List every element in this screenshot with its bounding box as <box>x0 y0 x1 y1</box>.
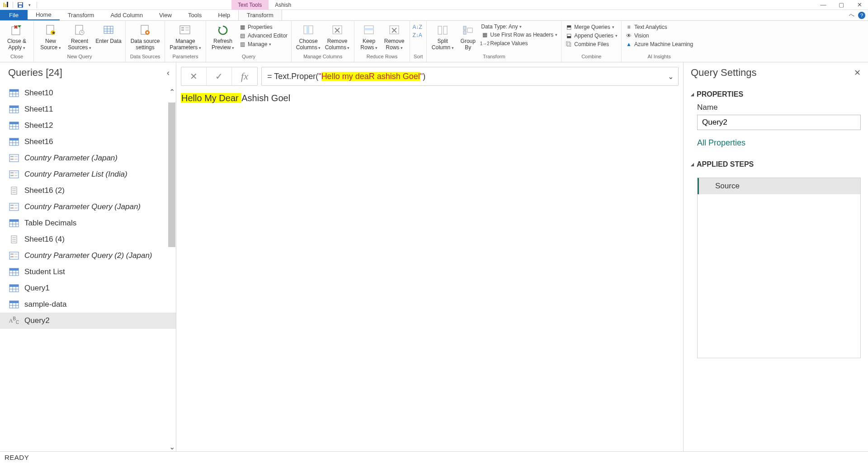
group-by-icon <box>461 23 475 37</box>
query-type-icon <box>9 252 19 260</box>
manage-button[interactable]: ▥Manage <box>239 41 288 48</box>
recent-sources-button[interactable]: Recent Sources <box>66 23 93 51</box>
svg-rect-79 <box>14 207 18 209</box>
query-item[interactable]: Country Parameter Query (2) (Japan) <box>0 248 176 264</box>
query-item[interactable]: Sheet12 <box>0 117 176 134</box>
query-type-icon <box>9 105 19 113</box>
query-item[interactable]: Country Parameter List (India) <box>0 166 176 182</box>
sort-desc-button[interactable]: Z↓A <box>414 32 421 39</box>
contextual-tab-text-tools: Text Tools <box>231 0 269 10</box>
query-item[interactable]: Country Parameter (Japan) <box>0 150 176 166</box>
text-analytics-button[interactable]: ≡Text Analytics <box>625 23 693 31</box>
enter-data-button[interactable]: Enter Data <box>95 23 122 44</box>
new-source-button[interactable]: ★ New Source <box>38 23 64 51</box>
scroll-down-icon[interactable]: ⌄ <box>169 443 175 451</box>
query-item[interactable]: Sheet16 (4) <box>0 231 176 248</box>
remove-columns-button[interactable]: Remove Columns <box>324 23 350 51</box>
split-column-button[interactable]: Split Column <box>430 23 455 51</box>
minimize-button[interactable]: — <box>819 1 827 9</box>
name-label: Name <box>697 103 861 112</box>
queries-scrollbar[interactable]: ⌃ ⌄ <box>168 88 176 451</box>
merge-queries-button[interactable]: ⬒Merge Queries <box>565 23 618 31</box>
qat-dropdown-icon[interactable]: ▾ <box>26 1 33 9</box>
refresh-icon <box>216 23 230 37</box>
combine-files-button[interactable]: ⿻Combine Files <box>565 41 618 48</box>
replace-values-icon: 1→2 <box>481 40 488 47</box>
data-source-settings-button[interactable]: Data source settings <box>129 23 161 51</box>
save-icon[interactable] <box>17 1 24 9</box>
applied-step-source[interactable]: Source <box>698 178 860 194</box>
close-settings-button[interactable]: ✕ <box>854 68 861 78</box>
first-row-headers-button[interactable]: ▦Use First Row as Headers <box>481 31 557 38</box>
collapse-queries-icon[interactable]: ‹ <box>167 68 170 78</box>
append-queries-button[interactable]: ⬓Append Queries <box>565 32 618 39</box>
svg-rect-36 <box>438 26 442 34</box>
scroll-up-icon[interactable]: ⌃ <box>169 88 175 96</box>
expand-formula-icon[interactable]: ⌄ <box>668 72 674 81</box>
query-item[interactable]: Table Decimals <box>0 215 176 231</box>
query-item[interactable]: ABCQuery2 <box>0 313 176 329</box>
close-window-button[interactable]: ✕ <box>855 1 863 9</box>
query-item[interactable]: Sheet11 <box>0 101 176 117</box>
refresh-preview-button[interactable]: Refresh Preview <box>210 23 236 51</box>
svg-rect-37 <box>443 26 447 34</box>
svg-rect-67 <box>10 172 14 173</box>
query-item[interactable]: Sheet16 <box>0 134 176 150</box>
svg-text:✖: ✖ <box>14 24 18 30</box>
group-label-new-query: New Query <box>38 54 122 62</box>
cancel-formula-button[interactable]: ✕ <box>181 67 207 85</box>
formula-bar[interactable]: = Text.Proper("Hello my deaR ashish Goel… <box>261 67 679 86</box>
tab-add-column[interactable]: Add Column <box>102 10 151 20</box>
tab-transform[interactable]: Transform <box>60 10 103 20</box>
svg-rect-47 <box>9 106 19 108</box>
properties-section-header[interactable]: ◢PROPERTIES <box>691 90 861 98</box>
manage-parameters-button[interactable]: Manage Parameters <box>169 23 202 51</box>
svg-rect-62 <box>10 156 14 157</box>
query-item[interactable]: Student List <box>0 264 176 280</box>
ribbon-collapse-icon[interactable]: へ <box>849 11 854 19</box>
help-icon[interactable]: ? <box>858 12 865 19</box>
svg-rect-24 <box>185 27 189 28</box>
svg-rect-100 <box>9 285 19 287</box>
tab-transform-contextual[interactable]: Transform <box>238 10 282 20</box>
query-item[interactable]: Country Parameter Query (Japan) <box>0 199 176 215</box>
svg-rect-68 <box>10 175 14 176</box>
data-type-button[interactable]: Data Type: Any <box>481 23 557 30</box>
query-name-input[interactable] <box>697 115 861 130</box>
all-properties-link[interactable]: All Properties <box>697 138 861 148</box>
advanced-editor-button[interactable]: ▤Advanced Editor <box>239 32 288 39</box>
tab-help[interactable]: Help <box>210 10 238 20</box>
applied-steps-section-header[interactable]: ◢APPLIED STEPS <box>691 160 861 168</box>
scroll-thumb[interactable] <box>168 103 175 247</box>
commit-formula-button[interactable]: ✓ <box>207 67 232 85</box>
close-apply-button[interactable]: ✖ Close & Apply <box>4 23 30 51</box>
tab-file[interactable]: File <box>0 10 28 20</box>
properties-button[interactable]: ▦Properties <box>239 23 288 31</box>
group-by-button[interactable]: Group By <box>458 23 478 51</box>
azure-ml-button[interactable]: ▲Azure Machine Learning <box>625 41 693 48</box>
sort-asc-button[interactable]: A↓Z <box>414 23 421 31</box>
query-item[interactable]: Sheet16 (2) <box>0 182 176 199</box>
query-item[interactable]: sample-data <box>0 296 176 313</box>
merge-queries-icon: ⬒ <box>565 23 572 31</box>
keep-rows-button[interactable]: Keep Rows <box>358 23 380 51</box>
choose-columns-button[interactable]: Choose Columns <box>295 23 321 51</box>
fx-button[interactable]: fx <box>232 67 257 85</box>
query-type-icon <box>9 187 19 195</box>
replace-values-button[interactable]: 1→2Replace Values <box>481 40 557 47</box>
maximize-button[interactable]: ▢ <box>837 1 845 9</box>
svg-rect-39 <box>463 31 466 34</box>
svg-text:★: ★ <box>52 30 56 35</box>
remove-rows-button[interactable]: Remove Rows <box>382 23 406 51</box>
tab-tools[interactable]: Tools <box>180 10 210 20</box>
query-item[interactable]: Query1 <box>0 280 176 296</box>
svg-rect-40 <box>467 28 472 33</box>
query-item[interactable]: Sheet10 <box>0 85 176 101</box>
collapse-icon: ◢ <box>691 162 694 167</box>
tab-home[interactable]: Home <box>28 10 60 20</box>
svg-rect-0 <box>3 3 5 7</box>
vision-button[interactable]: 👁Vision <box>625 32 693 39</box>
query-type-icon <box>9 89 19 97</box>
tab-view[interactable]: View <box>151 10 180 20</box>
queries-pane: Queries [24] ‹ Sheet10Sheet11Sheet12Shee… <box>0 62 176 451</box>
